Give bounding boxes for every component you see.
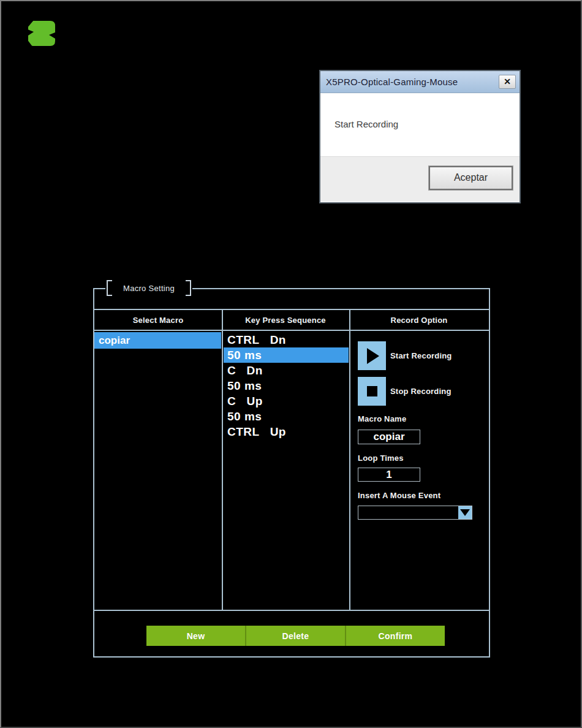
stop-recording-label: Stop Recording — [390, 387, 452, 396]
sequence-item[interactable]: 50 ms — [224, 409, 349, 424]
macro-setting-tab: Macro Setting — [105, 279, 192, 297]
close-icon: ✕ — [504, 77, 511, 86]
column-divider — [222, 309, 223, 611]
app-window: { "colors": { "accent_green": "#7db51c",… — [0, 0, 582, 728]
macro-list: copiar — [94, 332, 221, 349]
chevron-down-icon — [460, 509, 470, 516]
header-key-press-sequence: Key Press Sequence — [222, 310, 349, 330]
bracket-left-icon — [107, 280, 112, 296]
key-press-sequence-list: CTRL Dn 50 ms C Dn 50 ms C Up 50 ms CTRL… — [224, 332, 349, 439]
start-recording-row: Start Recording — [358, 341, 452, 370]
brand-logo-icon — [27, 20, 56, 47]
bracket-right-icon — [186, 280, 191, 296]
mouse-event-dropdown[interactable] — [358, 506, 472, 520]
macro-setting-panel: Macro Setting Select Macro Key Press Seq… — [93, 288, 490, 658]
start-recording-button[interactable] — [358, 341, 386, 370]
dialog-title: X5PRO-Optical-Gaming-Mouse — [326, 71, 458, 93]
confirm-button[interactable]: Confirm — [345, 626, 445, 646]
action-button-bar: New Delete Confirm — [146, 626, 445, 646]
dialog-footer: Aceptar — [320, 156, 520, 202]
start-recording-label: Start Recording — [390, 351, 452, 360]
header-select-macro: Select Macro — [94, 310, 222, 330]
dialog-titlebar: X5PRO-Optical-Gaming-Mouse ✕ — [320, 71, 520, 93]
dialog-message: Start Recording — [334, 119, 398, 129]
message-dialog: X5PRO-Optical-Gaming-Mouse ✕ Start Recor… — [319, 70, 521, 203]
stop-recording-button[interactable] — [358, 377, 386, 406]
new-button[interactable]: New — [146, 626, 245, 646]
macro-name-label: Macro Name — [358, 414, 406, 423]
macro-setting-label: Macro Setting — [112, 284, 186, 293]
stop-icon — [367, 386, 377, 396]
macro-name-field[interactable]: copiar — [358, 430, 420, 444]
sequence-item[interactable]: C Up — [224, 393, 349, 409]
loop-times-label: Loop Times — [358, 453, 404, 463]
dropdown-arrow-button[interactable] — [458, 506, 472, 519]
stop-recording-row: Stop Recording — [358, 377, 452, 406]
sequence-item[interactable]: C Dn — [224, 363, 349, 378]
sequence-item[interactable]: 50 ms — [224, 378, 349, 393]
header-record-option: Record Option — [349, 310, 489, 330]
sequence-item[interactable]: CTRL Up — [224, 424, 349, 439]
sequence-item[interactable]: CTRL Dn — [224, 332, 349, 347]
loop-times-field[interactable]: 1 — [358, 468, 420, 482]
table-bottom-divider — [94, 610, 489, 611]
delete-button[interactable]: Delete — [245, 626, 345, 646]
play-icon — [367, 348, 379, 364]
table-header-row: Select Macro Key Press Sequence Record O… — [94, 309, 489, 331]
column-divider — [349, 309, 350, 611]
dialog-body: Start Recording — [320, 93, 520, 156]
sequence-item-selected[interactable]: 50 ms — [224, 347, 349, 363]
insert-mouse-event-label: Insert A Mouse Event — [358, 491, 440, 500]
dialog-close-button[interactable]: ✕ — [499, 75, 516, 89]
macro-list-item[interactable]: copiar — [94, 332, 221, 349]
accept-button[interactable]: Aceptar — [429, 166, 513, 190]
brand-logo — [27, 20, 56, 47]
